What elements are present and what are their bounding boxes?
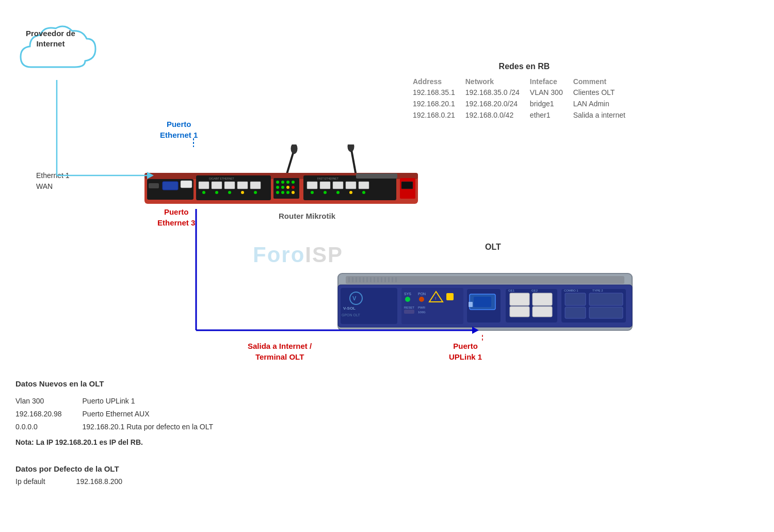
svg-point-3 <box>348 144 354 152</box>
ip-default-label: Ip default <box>15 477 45 486</box>
svg-point-33 <box>286 191 289 194</box>
svg-point-31 <box>276 191 279 194</box>
col-network: Network <box>465 76 530 87</box>
svg-rect-86 <box>474 297 491 307</box>
svg-rect-81 <box>404 310 414 314</box>
svg-point-19 <box>228 191 231 194</box>
svg-rect-56 <box>363 277 364 282</box>
svg-point-46 <box>362 191 365 194</box>
svg-point-20 <box>241 191 244 194</box>
svg-point-43 <box>324 191 327 194</box>
datos-defecto-section: Datos por Defecto de la OLT Ip default 1… <box>15 464 122 486</box>
eth1-wan-label: Ethernet 1 WAN <box>36 170 70 192</box>
puerto-uplink1-label: Puerto UPLink 1 <box>449 341 482 362</box>
cloud-label: Proveedor de Internet <box>26 28 75 49</box>
svg-text:PWR: PWR <box>418 306 426 309</box>
svg-text:!: ! <box>435 296 436 301</box>
svg-rect-57 <box>366 277 368 282</box>
svg-rect-90 <box>510 307 529 317</box>
svg-point-45 <box>349 191 352 194</box>
redes-rb-section: Redes en RB Address Network Inteface Com… <box>413 62 636 121</box>
col-interface: Inteface <box>530 76 573 87</box>
router-mikrotik-device: GIGABIT ETHERNET FAST ETHERNET <box>134 144 423 206</box>
svg-point-18 <box>215 191 218 194</box>
datos-defecto-title: Datos por Defecto de la OLT <box>15 464 122 473</box>
svg-point-24 <box>281 181 284 184</box>
svg-point-75 <box>405 297 410 302</box>
svg-rect-99 <box>589 293 623 305</box>
svg-rect-15 <box>237 182 248 189</box>
svg-text:V: V <box>352 295 357 301</box>
svg-rect-16 <box>250 182 261 189</box>
svg-rect-97 <box>565 307 586 318</box>
svg-rect-79 <box>446 293 454 300</box>
svg-text:GE1: GE1 <box>508 289 515 292</box>
redes-rb-title: Redes en RB <box>413 62 636 71</box>
svg-rect-92 <box>533 307 552 317</box>
svg-rect-54 <box>356 277 357 282</box>
svg-rect-40 <box>346 182 356 189</box>
col-comment: Comment <box>573 76 636 87</box>
svg-text:PON: PON <box>418 292 426 296</box>
svg-point-28 <box>281 186 284 189</box>
svg-rect-12 <box>199 182 209 189</box>
puerto-eth3-label: Puerto Ethernet 3 <box>157 206 195 228</box>
svg-point-17 <box>202 191 205 194</box>
svg-rect-52 <box>348 277 350 282</box>
svg-rect-7 <box>149 183 159 188</box>
ip-default-value: 192.168.8.200 <box>76 477 123 486</box>
svg-text:SYS: SYS <box>404 292 411 296</box>
svg-rect-58 <box>370 277 372 282</box>
foroISP-watermark: ForoISP <box>253 243 343 267</box>
datos-nuevos-col2: Puerto UPLink 1 Puerto Ethernet AUX 192.… <box>83 395 213 434</box>
table-row: 192.168.35.1192.168.35.0 /24VLAN 300Clie… <box>413 87 636 98</box>
svg-rect-13 <box>212 182 222 189</box>
svg-rect-38 <box>320 182 330 189</box>
svg-rect-55 <box>359 277 361 282</box>
svg-rect-8 <box>163 182 178 190</box>
svg-rect-51 <box>346 276 624 284</box>
table-row: 192.168.0.21192.168.0.0/42ether1Salida a… <box>413 109 636 121</box>
svg-text:COMBO 1: COMBO 1 <box>564 289 578 292</box>
svg-rect-96 <box>565 293 586 305</box>
datos-nuevos-col1: Vlan 300 192.168.20.98 0.0.0.0 <box>15 395 62 434</box>
col-address: Address <box>413 76 465 87</box>
datos-nuevos-nota: Nota: La IP 192.168.20.1 es IP del RB. <box>15 436 213 449</box>
svg-rect-100 <box>589 307 623 318</box>
svg-text:TYPE 2: TYPE 2 <box>592 289 603 292</box>
svg-rect-65 <box>395 277 397 282</box>
olt-label: OLT <box>485 243 501 252</box>
svg-rect-87 <box>469 302 473 307</box>
svg-rect-89 <box>510 293 529 305</box>
svg-rect-48 <box>401 182 413 189</box>
salida-internet-label: Salida a Internet / Terminal OLT <box>248 341 312 362</box>
svg-rect-14 <box>224 182 235 189</box>
datos-nuevos-section: Datos Nuevos en la OLT Vlan 300 192.168.… <box>15 377 213 449</box>
svg-rect-61 <box>381 277 382 282</box>
redes-rb-table: Address Network Inteface Comment 192.168… <box>413 76 636 121</box>
svg-rect-37 <box>307 182 317 189</box>
svg-point-29 <box>286 186 289 189</box>
svg-point-26 <box>292 181 295 184</box>
svg-rect-91 <box>533 293 552 305</box>
svg-point-2 <box>291 144 297 154</box>
datos-nuevos-title: Datos Nuevos en la OLT <box>15 377 213 391</box>
svg-point-25 <box>286 181 289 184</box>
svg-rect-64 <box>392 277 393 282</box>
table-row: 192.168.20.1192.168.20.0/24bridge1LAN Ad… <box>413 98 636 109</box>
svg-text:100G: 100G <box>418 311 426 314</box>
svg-point-30 <box>292 186 295 189</box>
svg-rect-39 <box>333 182 343 189</box>
svg-rect-62 <box>384 277 386 282</box>
svg-point-44 <box>336 191 340 194</box>
svg-text:V-SOL: V-SOL <box>343 306 356 311</box>
svg-point-32 <box>281 191 284 194</box>
svg-text:FAST ETHERNET: FAST ETHERNET <box>317 177 338 180</box>
svg-point-23 <box>276 181 279 184</box>
puerto-eth1-label: Puerto Ethernet 1 <box>160 119 198 140</box>
svg-point-42 <box>311 191 314 194</box>
svg-rect-63 <box>388 277 390 282</box>
svg-point-76 <box>419 297 424 302</box>
olt-device: V V-SOL GPON OLT SYS PON ! RESET PWR 100… <box>335 263 635 346</box>
svg-point-27 <box>276 186 279 189</box>
